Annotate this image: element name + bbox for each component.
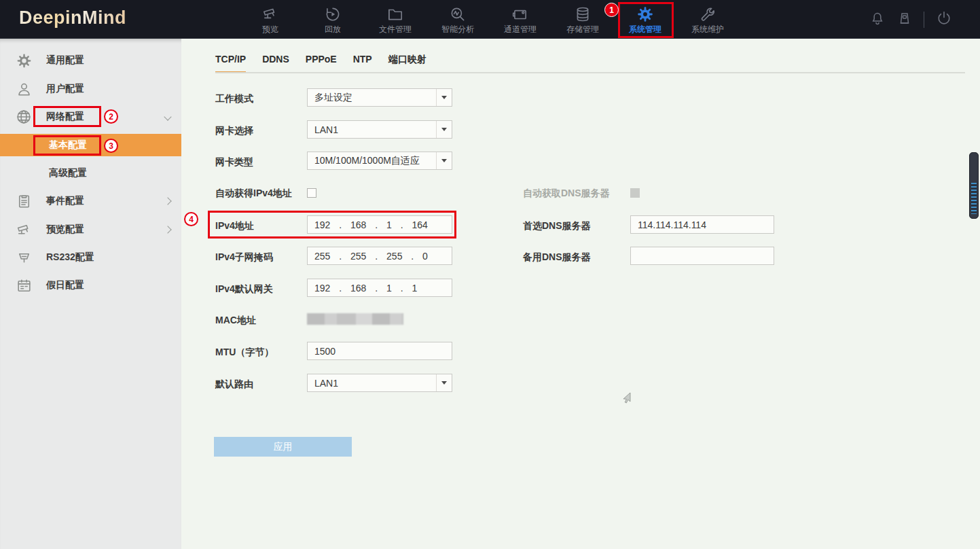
sidebar-item-label: 基本配置 <box>49 139 87 152</box>
sidebar-item-label: 通用配置 <box>46 54 84 67</box>
tab-ntp[interactable]: NTP <box>353 54 372 73</box>
sidebar-item-label: 事件配置 <box>46 195 84 207</box>
nic-select-value: LAN1 <box>314 124 338 135</box>
sidebar-item-label: 预览配置 <box>46 224 84 236</box>
nav-item-system-maintenance[interactable]: 系统维护 <box>676 0 739 39</box>
auto-dns-checkbox <box>630 188 640 198</box>
nav-label: 系统管理 <box>629 24 661 35</box>
tab-ddns[interactable]: DDNS <box>262 54 289 73</box>
app-logo: DeepinMind <box>19 7 126 29</box>
annotation-badge-4: 4 <box>184 212 198 226</box>
gear-icon <box>15 52 33 69</box>
settings-sidebar: 通用配置 用户配置 网络配置 基本配置 高级配置 事件配置 <box>0 39 181 549</box>
nav-item-preview[interactable]: 预览 <box>239 0 302 39</box>
alternate-dns-label: 备用DNS服务器 <box>523 251 591 264</box>
nav-label: 回放 <box>325 24 341 35</box>
nic-type-value: 10M/100M/1000M自适应 <box>314 155 420 167</box>
serial-connector-icon <box>15 249 33 266</box>
nav-item-channel-management[interactable]: 通道管理 <box>489 0 551 39</box>
sidebar-item-label: 高级配置 <box>49 167 87 179</box>
sidebar-item-general-config[interactable]: 通用配置 <box>0 47 181 74</box>
calendar-icon <box>15 277 33 294</box>
nav-label: 通道管理 <box>504 24 537 35</box>
nav-item-storage-management[interactable]: 存储管理 <box>551 0 614 39</box>
mtu-label: MTU（字节） <box>215 347 274 359</box>
cctv-camera-icon <box>15 221 33 238</box>
sidebar-item-user-config[interactable]: 用户配置 <box>0 75 181 103</box>
default-route-value: LAN1 <box>314 378 338 389</box>
sidebar-item-event-config[interactable]: 事件配置 <box>0 188 181 215</box>
nic-type-select[interactable]: 10M/100M/1000M自适应 <box>307 152 452 170</box>
dropdown-arrow-icon[interactable] <box>436 374 452 391</box>
tabs-divider <box>215 72 965 73</box>
chevron-right-icon <box>164 197 171 205</box>
nav-item-smart-analysis[interactable]: 智能分析 <box>427 0 489 39</box>
tab-tcpip[interactable]: TCP/IP <box>215 54 246 73</box>
work-mode-select[interactable]: 多址设定 <box>307 88 452 107</box>
ipv4-mask-input[interactable]: 255 . 255 . 255 . 0 <box>307 247 452 265</box>
app-window: DeepinMind 预览 回放 文件管理 <box>0 0 980 549</box>
scrollbar-stripes <box>971 183 977 214</box>
chevron-right-icon <box>164 226 171 233</box>
user-icon <box>15 80 33 98</box>
auto-dns-label: 自动获取DNS服务器 <box>523 188 610 200</box>
sidebar-item-network-config[interactable]: 网络配置 <box>0 103 181 130</box>
nav-item-file-management[interactable]: 文件管理 <box>364 0 427 39</box>
sidebar-item-advanced-config[interactable]: 高级配置 <box>0 160 181 187</box>
dropdown-arrow-icon[interactable] <box>436 152 452 169</box>
default-route-select[interactable]: LAN1 <box>307 374 452 392</box>
folder-icon <box>386 4 404 23</box>
sidebar-item-basic-config[interactable]: 基本配置 <box>0 134 181 156</box>
main-content: TCP/IP DDNS PPPoE NTP 端口映射 工作模式 多址设定 网卡选… <box>181 39 980 549</box>
sidebar-item-preview-config[interactable]: 预览配置 <box>0 216 181 243</box>
globe-icon <box>15 108 33 126</box>
power-icon[interactable] <box>935 10 953 30</box>
preferred-dns-input[interactable]: 114.114.114.114 <box>630 215 774 234</box>
nav-item-system-management[interactable]: 系统管理 <box>614 0 676 39</box>
scrollbar-thumb[interactable] <box>969 152 979 219</box>
channel-camera-icon <box>511 4 529 23</box>
logo-text-bold: Mind <box>82 7 126 28</box>
cctv-camera-icon <box>261 4 279 23</box>
auto-ipv4-checkbox[interactable] <box>307 188 316 198</box>
nic-select[interactable]: LAN1 <box>307 120 452 139</box>
ipv4-mask-label: IPv4子网掩码 <box>215 251 273 264</box>
annotation-badge-2: 2 <box>104 109 118 124</box>
annotation-badge-3: 3 <box>104 139 118 153</box>
sidebar-item-holiday-config[interactable]: 假日配置 <box>0 272 181 299</box>
ipv4-gateway-input[interactable]: 192 . 168 . 1 . 1 <box>307 279 452 297</box>
backup-device-icon[interactable] <box>896 10 913 29</box>
alternate-dns-input[interactable] <box>630 247 774 265</box>
tab-port-mapping[interactable]: 端口映射 <box>388 54 427 73</box>
nav-label: 系统维护 <box>691 24 724 35</box>
auto-ipv4-label: 自动获得IPv4地址 <box>215 188 292 200</box>
nav-label: 预览 <box>262 24 278 35</box>
sidebar-item-label: 假日配置 <box>46 279 84 291</box>
main-nav: 预览 回放 文件管理 智能分析 <box>239 0 739 39</box>
sidebar-item-rs232-config[interactable]: RS232配置 <box>0 244 181 271</box>
preferred-dns-label: 首选DNS服务器 <box>523 220 591 232</box>
nav-label: 文件管理 <box>379 24 412 35</box>
topbar-divider <box>924 12 924 28</box>
sidebar-item-label: RS232配置 <box>46 251 94 264</box>
dropdown-arrow-icon[interactable] <box>436 121 452 138</box>
mtu-input[interactable]: 1500 <box>307 342 452 360</box>
nav-label: 存储管理 <box>566 24 599 35</box>
ipv4-address-input[interactable]: 192 . 168 . 1 . 164 <box>307 215 452 234</box>
default-route-label: 默认路由 <box>215 378 253 391</box>
nav-label: 智能分析 <box>441 24 474 35</box>
tab-pppoe[interactable]: PPPoE <box>306 54 337 73</box>
network-tabs: TCP/IP DDNS PPPoE NTP 端口映射 <box>215 54 427 73</box>
analysis-magnifier-icon <box>449 4 467 23</box>
annotation-badge-1: 1 <box>604 3 619 17</box>
logo-text-regular: Deepin <box>19 7 82 28</box>
nav-item-playback[interactable]: 回放 <box>302 0 364 39</box>
apply-button[interactable]: 应用 <box>214 437 352 457</box>
mac-address-label: MAC地址 <box>215 315 256 327</box>
work-mode-value: 多址设定 <box>314 92 352 104</box>
dropdown-arrow-icon[interactable] <box>436 89 452 106</box>
alarm-bell-icon[interactable] <box>869 10 886 29</box>
gear-icon <box>636 4 654 23</box>
topbar-right-controls <box>869 0 953 39</box>
ipv4-address-label: IPv4地址 <box>215 220 254 232</box>
